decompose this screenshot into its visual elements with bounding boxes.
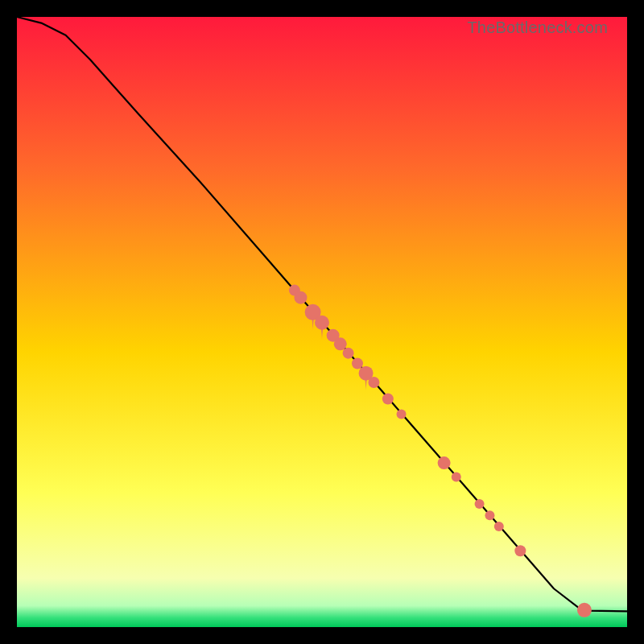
- data-point: [368, 377, 379, 388]
- data-point: [315, 316, 329, 330]
- data-point: [352, 358, 363, 369]
- data-point: [452, 473, 461, 482]
- data-point: [485, 510, 494, 520]
- frame-border: TheBottleneck.com: [0, 0, 644, 644]
- chart-svg: [17, 17, 627, 627]
- data-point: [343, 348, 354, 359]
- data-point: [397, 409, 407, 419]
- bottleneck-curve: [17, 17, 627, 611]
- data-point: [475, 499, 485, 509]
- data-point: [577, 603, 592, 617]
- data-point: [438, 456, 451, 469]
- data-point: [514, 545, 526, 556]
- data-point: [294, 291, 307, 304]
- plot-area: TheBottleneck.com: [17, 17, 627, 627]
- data-point: [382, 394, 394, 405]
- data-point: [494, 522, 504, 531]
- data-point: [334, 337, 347, 350]
